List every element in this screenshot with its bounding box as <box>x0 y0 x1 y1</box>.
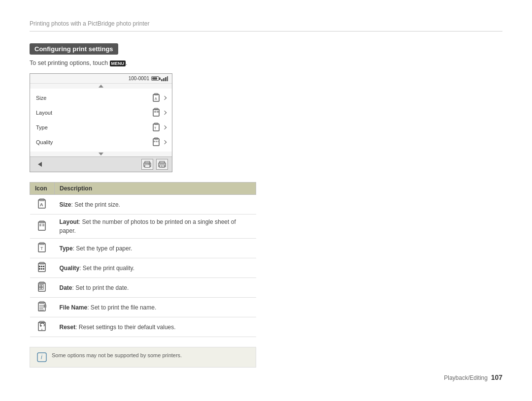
scroll-up-arrow <box>99 85 103 88</box>
type-icon-small: T <box>152 123 161 132</box>
camera-menu-body: Size A Layout <box>30 89 172 152</box>
icon-cell-quality <box>30 258 55 278</box>
chevron-right-icon <box>163 125 166 129</box>
table-row: Reset: Reset settings to their default v… <box>30 317 256 337</box>
page-header: Printing photos with a PictBridge photo … <box>30 20 502 31</box>
chevron-right-icon <box>163 96 166 100</box>
svg-rect-1 <box>163 78 165 81</box>
icon-cell-filename: T <box>30 298 55 317</box>
note-box: i Some options may not be supported by s… <box>30 347 256 368</box>
menu-keyword: MENU <box>110 61 126 66</box>
svg-rect-42 <box>39 268 40 270</box>
desc-cell-type: Type: Set the type of paper. <box>55 239 256 258</box>
file-info: 100-0001 <box>129 76 168 81</box>
type-icon: T <box>37 242 48 253</box>
menu-row-layout[interactable]: Layout <box>30 105 172 120</box>
menu-label-layout: Layout <box>36 110 152 116</box>
icon-cell-date <box>30 278 55 298</box>
print-all-icon: ALL <box>158 161 166 168</box>
svg-rect-37 <box>38 263 45 272</box>
menu-label-type: Type <box>36 124 152 130</box>
svg-rect-0 <box>161 79 163 81</box>
svg-point-22 <box>149 164 150 165</box>
svg-text:A: A <box>155 97 157 100</box>
menu-row-type[interactable]: Type T <box>30 120 172 135</box>
desc-cell-filename: File Name: Set to print the file name. <box>55 298 256 317</box>
icon-cell-size: A <box>30 195 55 215</box>
table-row: T File Name: Set to print the file name. <box>30 298 256 317</box>
battery-icon <box>151 76 159 81</box>
camera-bottom-bar: ALL <box>30 156 172 172</box>
table-row: A Size: Set the print size. <box>30 195 256 215</box>
breadcrumb: Printing photos with a PictBridge photo … <box>30 20 149 27</box>
svg-rect-39 <box>39 266 40 267</box>
svg-rect-10 <box>157 111 159 113</box>
menu-label-quality: Quality <box>36 139 152 145</box>
svg-rect-2 <box>165 77 166 81</box>
print-button[interactable] <box>141 159 153 170</box>
table-row: Layout: Set the number of photos to be p… <box>30 215 256 239</box>
table-header-desc: Description <box>55 183 256 195</box>
page: Printing photos with a PictBridge photo … <box>0 0 532 401</box>
svg-text:A: A <box>40 202 43 207</box>
svg-rect-33 <box>42 224 44 226</box>
camera-screen-header: 100-0001 <box>30 74 172 84</box>
svg-rect-16 <box>154 141 155 142</box>
printer-icon <box>143 161 151 168</box>
quality-icon <box>37 261 48 273</box>
svg-text:T: T <box>40 246 43 251</box>
icon-cell-reset <box>30 317 55 337</box>
scroll-up <box>30 84 172 89</box>
scroll-down <box>30 152 172 156</box>
table-row: Date: Set to print the date. <box>30 278 256 298</box>
chevron-right-icon <box>163 140 166 144</box>
svg-text:i: i <box>41 354 42 361</box>
svg-rect-49 <box>39 287 41 289</box>
footer-label: Playback/Editing <box>444 374 488 381</box>
svg-rect-41 <box>43 266 44 267</box>
icon-cell-layout <box>30 215 55 239</box>
svg-rect-3 <box>167 76 168 81</box>
table-row: Quality: Set the print quality. <box>30 258 256 278</box>
menu-row-quality[interactable]: Quality <box>30 135 172 150</box>
icon-cell-type: T <box>30 239 55 258</box>
svg-text:T: T <box>44 305 46 308</box>
note-icon: i <box>37 352 47 362</box>
menu-row-size[interactable]: Size A <box>30 91 172 105</box>
back-button[interactable] <box>34 159 48 169</box>
instruction-text: To set printing options, touch MENU. <box>30 60 502 66</box>
page-footer: Playback/Editing 107 <box>444 373 502 381</box>
camera-bottom-icons: ALL <box>141 159 168 170</box>
size-icon-small: A <box>152 93 161 103</box>
desc-cell-date: Date: Set to print the date. <box>55 278 256 298</box>
scroll-down-arrow <box>99 153 103 155</box>
layout-icon <box>37 220 48 232</box>
menu-label-size: Size <box>36 95 152 101</box>
svg-rect-40 <box>41 266 42 267</box>
camera-screen: 100-0001 Size <box>30 73 172 172</box>
svg-text:T: T <box>154 126 157 130</box>
print-all-button[interactable]: ALL <box>156 159 168 170</box>
quality-icon-small <box>152 137 161 147</box>
date-icon <box>37 281 48 293</box>
note-text: Some options may not be supported by som… <box>52 352 182 358</box>
svg-marker-61 <box>40 325 42 327</box>
filename-icon: T <box>37 301 48 312</box>
svg-rect-20 <box>145 165 150 167</box>
section-heading: Configuring print settings <box>30 43 118 55</box>
desc-cell-reset: Reset: Reset settings to their default v… <box>55 317 256 337</box>
page-number: 107 <box>491 373 502 381</box>
back-arrow-icon <box>38 162 44 167</box>
chevron-right-icon <box>163 111 166 115</box>
svg-rect-48 <box>41 285 43 287</box>
size-icon: A <box>37 198 48 210</box>
svg-text:ALL: ALL <box>161 165 165 168</box>
layout-icon-small <box>152 108 161 118</box>
svg-rect-43 <box>41 268 42 270</box>
svg-rect-44 <box>43 268 44 270</box>
table-row: T Type: Set the type of paper. <box>30 239 256 258</box>
svg-rect-47 <box>39 285 41 287</box>
svg-rect-50 <box>41 287 43 289</box>
desc-cell-quality: Quality: Set the print quality. <box>55 258 256 278</box>
svg-rect-9 <box>154 111 156 113</box>
